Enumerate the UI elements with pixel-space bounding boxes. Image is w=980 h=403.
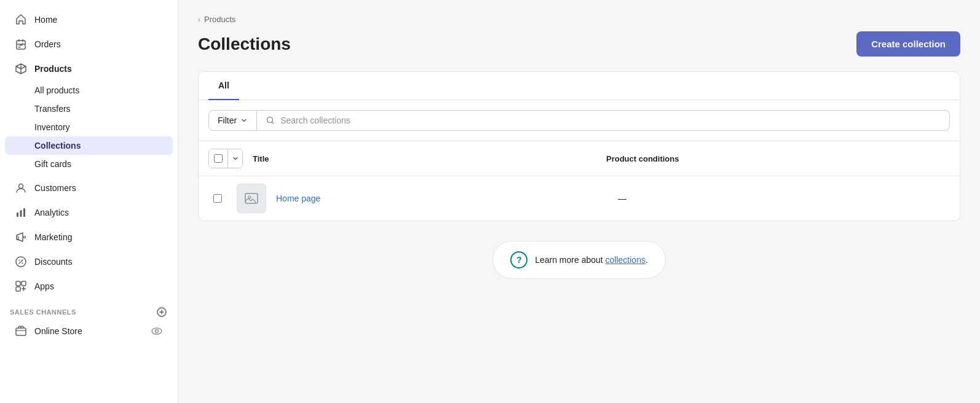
sidebar-item-orders-label: Orders — [34, 39, 61, 49]
search-icon — [266, 115, 275, 125]
sidebar-item-discounts[interactable]: Discounts — [5, 249, 173, 274]
products-icon — [15, 63, 27, 75]
select-all-checkbox[interactable] — [208, 149, 243, 168]
sidebar-item-marketing-label: Marketing — [34, 232, 72, 242]
main-content: ‹ Products Collections Create collection… — [178, 0, 980, 403]
sidebar: Home Orders Products All products — [0, 0, 178, 403]
collection-conditions: — — [618, 194, 950, 203]
sidebar-item-apps[interactable]: Apps — [5, 274, 173, 299]
row-checkbox[interactable] — [208, 189, 227, 208]
filter-button[interactable]: Filter — [208, 110, 257, 131]
sidebar-item-gift-cards[interactable]: Gift cards — [5, 155, 173, 173]
sidebar-item-home[interactable]: Home — [5, 7, 173, 32]
col-conditions-header: Product conditions — [606, 154, 950, 163]
online-store-icon — [15, 325, 27, 337]
svg-point-16 — [156, 330, 159, 333]
table-header: Title Product conditions — [199, 141, 960, 176]
svg-rect-14 — [16, 328, 26, 335]
svg-rect-12 — [16, 287, 20, 291]
customers-icon — [15, 182, 27, 194]
select-all-checkbox-input[interactable] — [214, 154, 223, 163]
tabs-bar: All — [199, 72, 960, 100]
collections-link[interactable]: collections — [606, 255, 646, 265]
filter-chevron-icon — [240, 117, 248, 124]
home-icon — [15, 14, 27, 26]
svg-point-9 — [22, 263, 23, 264]
discounts-icon — [15, 256, 27, 268]
sidebar-item-inventory[interactable]: Inventory — [5, 118, 173, 136]
svg-point-2 — [19, 184, 23, 189]
add-sales-channel-icon[interactable] — [156, 306, 168, 318]
svg-rect-5 — [23, 208, 25, 217]
page-title: Collections — [198, 34, 291, 54]
sidebar-item-orders[interactable]: Orders — [5, 32, 173, 57]
svg-rect-3 — [17, 213, 18, 217]
svg-point-15 — [152, 328, 162, 334]
sales-channels-section: SALES CHANNELS — [0, 299, 178, 321]
tab-all[interactable]: All — [208, 72, 239, 100]
eye-icon[interactable] — [151, 325, 163, 337]
collection-thumbnail — [237, 184, 266, 213]
sidebar-item-analytics-label: Analytics — [34, 208, 69, 217]
table-row: Home page — — [199, 176, 960, 221]
svg-rect-11 — [22, 281, 26, 286]
collection-name-link[interactable]: Home page — [276, 194, 608, 203]
breadcrumb[interactable]: ‹ Products — [198, 15, 960, 24]
svg-point-8 — [19, 260, 20, 261]
select-dropdown-arrow[interactable] — [227, 149, 242, 168]
svg-rect-4 — [20, 210, 22, 217]
svg-point-19 — [248, 196, 251, 198]
sidebar-item-customers[interactable]: Customers — [5, 176, 173, 200]
products-sub-menu: All products Transfers Inventory Collect… — [0, 81, 178, 173]
breadcrumb-chevron-icon: ‹ — [198, 15, 200, 24]
sidebar-item-products[interactable]: Products — [5, 57, 173, 81]
analytics-icon — [15, 206, 27, 219]
sidebar-item-home-label: Home — [34, 15, 57, 25]
create-collection-button[interactable]: Create collection — [856, 31, 960, 57]
sidebar-item-transfers[interactable]: Transfers — [5, 100, 173, 118]
collections-card: All Filter — [198, 71, 960, 221]
svg-point-6 — [24, 237, 26, 238]
orders-icon — [15, 38, 27, 50]
sidebar-item-online-store[interactable]: Online Store — [5, 321, 173, 342]
question-icon: ? — [510, 251, 528, 268]
learn-more-pill: ? Learn more about collections. — [492, 241, 666, 279]
filter-bar: Filter — [199, 100, 960, 141]
search-box — [257, 110, 950, 131]
sidebar-item-collections[interactable]: Collections — [5, 136, 173, 155]
sidebar-item-products-label: Products — [34, 64, 72, 74]
sidebar-item-analytics[interactable]: Analytics — [5, 200, 173, 225]
row-checkbox-input[interactable] — [213, 194, 222, 203]
page-header: Collections Create collection — [198, 31, 960, 57]
sidebar-item-marketing[interactable]: Marketing — [5, 225, 173, 249]
sidebar-item-all-products[interactable]: All products — [5, 81, 173, 100]
breadcrumb-label: Products — [204, 15, 235, 24]
marketing-icon — [15, 231, 27, 243]
sidebar-item-discounts-label: Discounts — [34, 257, 72, 267]
apps-icon — [15, 280, 27, 292]
col-title-header: Title — [253, 154, 596, 163]
search-input[interactable] — [280, 115, 941, 125]
svg-rect-10 — [16, 281, 20, 286]
sidebar-item-apps-label: Apps — [34, 281, 54, 291]
learn-more-text: Learn more about collections. — [535, 255, 648, 265]
learn-more-section: ? Learn more about collections. — [198, 241, 960, 279]
sidebar-item-customers-label: Customers — [34, 183, 76, 193]
